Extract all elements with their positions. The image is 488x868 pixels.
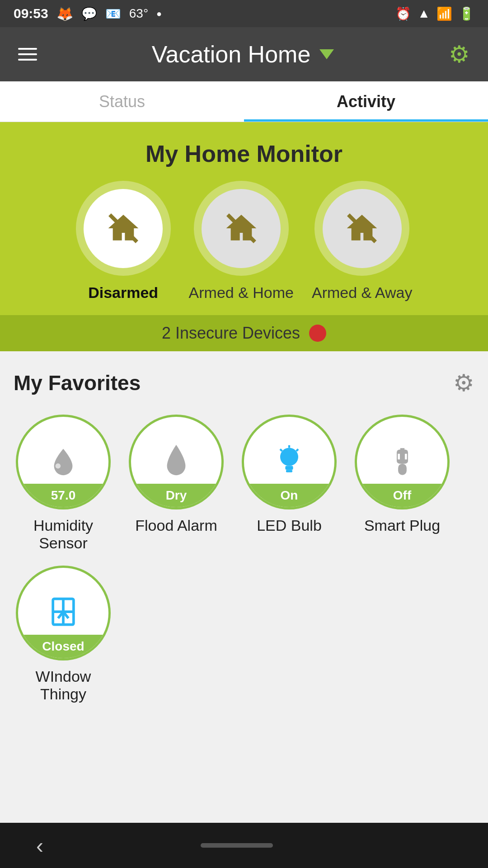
disarmed-label: Disarmed [88,284,158,302]
device-humidity[interactable]: 57.0 Humidity Sensor [14,415,113,552]
status-bar-left: 09:53 🦊 💬 📧 63° ● [14,6,162,22]
arm-buttons-row: Disarmed Armed & Home [14,181,474,315]
led-icon [273,444,305,480]
home-monitor-section: My Home Monitor Disarmed [0,122,488,315]
armed-away-button[interactable]: Armed & Away [312,181,412,302]
armed-away-label: Armed & Away [312,284,412,302]
tab-bar: Status Activity [0,81,488,122]
device-led[interactable]: On LED Bulb [239,415,339,552]
outlook-icon: 📧 [105,6,121,21]
armed-home-circle-outer [194,181,289,276]
disarmed-button[interactable]: Disarmed [76,181,171,302]
content-spacer [0,721,488,811]
humidity-circle: 57.0 [16,415,111,509]
flood-status-badge: Dry [131,484,221,507]
window-status-badge: Closed [18,635,108,658]
insecure-text: 2 Insecure Devices [162,324,300,343]
svg-line-9 [296,449,298,451]
status-bar-right: ⏰ ▲ 📶 🔋 [395,6,474,21]
armed-home-label: Armed & Home [189,284,294,302]
signal-icon: 📶 [436,6,452,21]
favorites-settings-button[interactable]: ⚙ [453,369,474,396]
svg-rect-12 [398,463,407,475]
window-name: WIndow Thingy [14,668,113,703]
led-circle: On [242,415,337,509]
app-title-area[interactable]: Vacation Home [152,41,334,68]
home-pill[interactable] [201,843,273,848]
svg-rect-5 [285,466,293,470]
flood-icon [160,442,192,482]
flood-name: Flood Alarm [135,517,217,534]
plug-status-badge: Off [357,484,447,507]
disarmed-house-icon [105,210,141,246]
sms-icon: 💬 [81,6,97,21]
flood-svg-icon [160,442,192,482]
plug-circle: Off [355,415,450,509]
home-monitor-title: My Home Monitor [14,140,474,167]
firefox-icon: 🦊 [56,6,73,22]
plug-icon [385,445,419,479]
window-circle: Closed [16,566,111,660]
app-title: Vacation Home [152,41,311,68]
wifi-icon: ▲ [418,6,430,21]
tab-status[interactable]: Status [0,81,244,122]
tab-activity[interactable]: Activity [244,81,488,122]
insecure-dot-icon [309,325,326,342]
plug-svg-icon [385,445,419,479]
humidity-status-badge: 57.0 [18,484,108,507]
disarmed-circle-outer [76,181,171,276]
settings-button[interactable]: ⚙ [449,41,470,68]
menu-button[interactable] [18,48,37,61]
window-icon [47,595,79,631]
dropdown-arrow-icon[interactable] [319,49,334,59]
status-bar: 09:53 🦊 💬 📧 63° ● ⏰ ▲ 📶 🔋 [0,0,488,27]
led-svg-icon [273,444,305,480]
device-plug[interactable]: Off Smart Plug [352,415,452,552]
status-time: 09:53 [14,6,48,21]
svg-point-3 [56,463,61,469]
armed-home-house-icon [223,210,259,246]
alarm-icon: ⏰ [395,6,411,21]
bottom-nav: ‹ [0,823,488,868]
armed-away-circle-inner [323,189,402,268]
back-button[interactable]: ‹ [36,833,43,858]
device-window[interactable]: Closed WIndow Thingy [14,566,113,703]
led-status-badge: On [244,484,334,507]
insecure-banner[interactable]: 2 Insecure Devices [0,315,488,351]
armed-away-house-icon [344,210,380,246]
app-bar: Vacation Home ⚙ [0,27,488,81]
window-svg-icon [47,595,79,631]
svg-rect-6 [286,470,292,472]
humidity-name: Humidity Sensor [14,517,113,552]
favorites-header: My Favorites ⚙ [14,369,474,396]
favorites-title: My Favorites [14,371,141,395]
disarmed-circle-inner [84,189,163,268]
humidity-svg-icon [47,446,79,478]
flood-circle: Dry [129,415,224,509]
favorites-grid: 57.0 Humidity Sensor Dry Flood Alarm [14,415,474,703]
svg-point-4 [280,448,298,466]
armed-away-circle-outer [314,181,409,276]
led-name: LED Bulb [257,517,322,534]
temp-display: 63° [129,6,148,21]
dot-icon: ● [156,9,162,19]
svg-rect-11 [400,448,404,452]
humidity-icon [47,446,79,478]
plug-name: Smart Plug [364,517,440,534]
favorites-section: My Favorites ⚙ 57.0 Humidity Sensor [0,351,488,721]
armed-home-circle-inner [202,189,281,268]
armed-home-button[interactable]: Armed & Home [189,181,294,302]
device-flood[interactable]: Dry Flood Alarm [127,415,226,552]
battery-icon: 🔋 [459,6,474,21]
svg-line-8 [280,449,282,451]
